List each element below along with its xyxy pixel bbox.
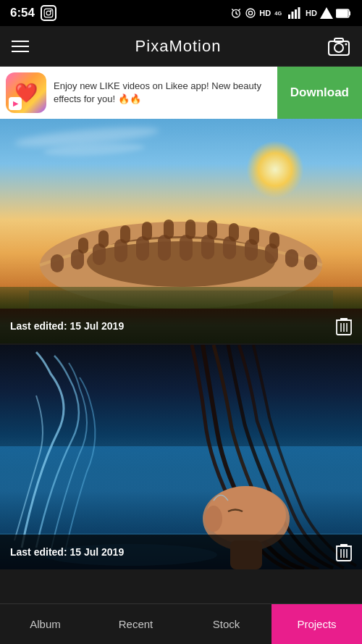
svg-rect-9 — [295, 9, 297, 19]
project-1-date: Last edited: 15 Jul 2019 — [10, 320, 124, 332]
ad-icon: ❤️ ▶ — [6, 72, 46, 113]
instagram-icon — [41, 5, 56, 21]
svg-rect-20 — [51, 254, 64, 272]
delete-project-1-icon[interactable] — [336, 317, 352, 335]
svg-rect-8 — [292, 12, 294, 19]
nav-bar: PixaMotion — [0, 26, 362, 67]
svg-point-5 — [249, 11, 253, 14]
app-title: PixaMotion — [135, 37, 222, 56]
svg-rect-10 — [298, 7, 300, 19]
tab-album[interactable]: Album — [0, 604, 90, 644]
svg-rect-42 — [269, 233, 279, 248]
svg-rect-16 — [334, 38, 343, 42]
svg-rect-36 — [142, 222, 152, 241]
status-icons: HD 4G HD — [230, 7, 352, 19]
download-button[interactable]: Download — [277, 67, 362, 119]
svg-rect-41 — [249, 227, 259, 245]
project-1-footer: Last edited: 15 Jul 2019 — [0, 309, 362, 343]
delete-project-2-icon[interactable] — [336, 543, 352, 561]
projects-list: Last edited: 15 Jul 2019 — [0, 119, 362, 603]
svg-point-4 — [246, 9, 255, 17]
svg-rect-40 — [229, 223, 239, 241]
svg-point-51 — [205, 506, 222, 532]
project-card-2[interactable]: Last edited: 15 Jul 2019 — [0, 345, 362, 569]
tab-stock[interactable]: Stock — [181, 604, 272, 644]
svg-point-1 — [46, 11, 51, 15]
svg-text:4G: 4G — [274, 10, 282, 17]
ad-description: Enjoy new LIKE videos on Likee app! New … — [54, 80, 270, 106]
svg-rect-37 — [164, 219, 174, 239]
tab-recent[interactable]: Recent — [90, 604, 181, 644]
svg-rect-31 — [285, 249, 298, 267]
ad-small-logo: ▶ — [9, 97, 22, 110]
status-bar: 6:54 HD 4G — [0, 0, 362, 26]
svg-marker-11 — [320, 7, 333, 19]
svg-rect-13 — [337, 10, 348, 17]
tab-projects[interactable]: Projects — [272, 604, 362, 644]
bottom-tabs: Album Recent Stock Projects — [0, 603, 362, 644]
svg-rect-7 — [288, 14, 290, 19]
project-2-footer: Last edited: 15 Jul 2019 — [0, 535, 362, 569]
status-time: 6:54 — [10, 6, 35, 20]
project-2-date: Last edited: 15 Jul 2019 — [10, 546, 124, 558]
svg-rect-34 — [98, 230, 109, 248]
svg-rect-35 — [120, 225, 130, 243]
svg-rect-38 — [185, 219, 195, 239]
svg-rect-39 — [207, 220, 217, 239]
camera-icon[interactable] — [327, 36, 350, 57]
project-card-1[interactable]: Last edited: 15 Jul 2019 — [0, 119, 362, 343]
svg-rect-0 — [44, 9, 53, 17]
svg-point-2 — [51, 10, 51, 11]
hamburger-menu[interactable] — [12, 41, 29, 52]
svg-rect-32 — [304, 254, 317, 270]
svg-rect-33 — [78, 238, 88, 254]
ad-banner: ❤️ ▶ Enjoy new LIKE videos on Likee app!… — [0, 67, 362, 119]
svg-point-17 — [345, 43, 348, 45]
ad-text: Enjoy new LIKE videos on Likee app! New … — [54, 80, 270, 106]
svg-point-15 — [334, 43, 343, 52]
